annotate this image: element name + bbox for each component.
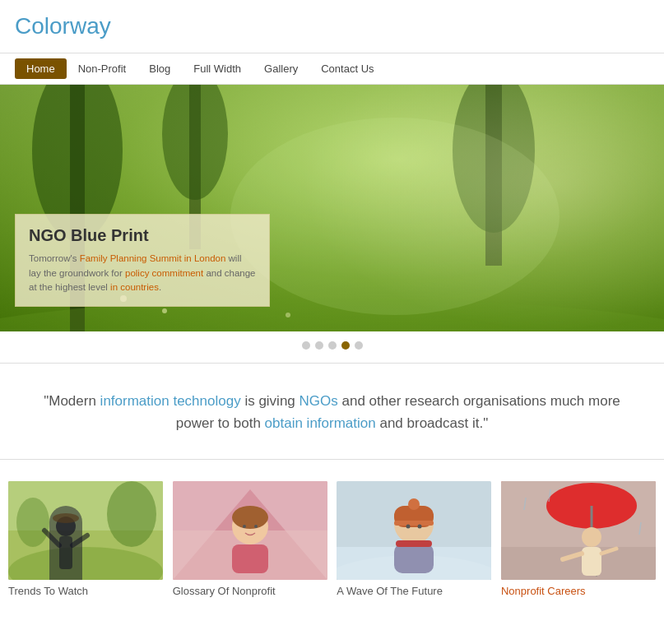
slider-dot-5[interactable] — [355, 341, 363, 350]
nav-gallery[interactable]: Gallery — [253, 58, 309, 79]
card-img-svg-4 — [501, 481, 656, 580]
nav-home[interactable]: Home — [15, 58, 67, 79]
hero-girl-area — [299, 85, 664, 331]
quote-colored-2: NGOs — [299, 393, 338, 409]
svg-point-48 — [582, 527, 601, 547]
svg-rect-36 — [394, 521, 434, 526]
svg-point-29 — [254, 525, 258, 528]
svg-rect-18 — [59, 536, 72, 569]
card-2: Glossary Of Nonprofit — [173, 481, 327, 597]
card-label-3: A Wave Of The Future — [337, 585, 491, 597]
svg-point-21 — [53, 513, 79, 523]
card-img-svg-2 — [173, 481, 327, 580]
slider-dot-2[interactable] — [315, 341, 323, 350]
quote-colored-1: information technology — [100, 393, 241, 409]
quote-colored-3: obtain information — [265, 415, 376, 431]
card-label-2: Glossary Of Nonprofit — [173, 585, 327, 597]
svg-rect-40 — [396, 540, 432, 547]
card-img-svg-3 — [337, 481, 491, 580]
section-divider-1 — [0, 363, 664, 364]
logo-plain: Color — [15, 13, 70, 39]
slider-dot-1[interactable] — [302, 341, 310, 350]
main-nav: Home Non-Profit Blog Full Width Gallery … — [0, 53, 664, 84]
svg-point-38 — [406, 525, 411, 529]
svg-point-17 — [56, 517, 76, 536]
svg-point-39 — [418, 525, 422, 529]
card-image-2 — [173, 481, 327, 580]
card-label-1: Trends To Watch — [8, 585, 163, 597]
svg-point-35 — [408, 498, 420, 510]
svg-point-15 — [107, 481, 156, 547]
slider-dot-4[interactable] — [341, 341, 350, 350]
card-1: Trends To Watch — [8, 481, 163, 597]
card-img-svg-1 — [8, 481, 163, 580]
nav-blog[interactable]: Blog — [137, 58, 182, 79]
card-4: Nonprofit Careers — [501, 481, 656, 597]
quote-text: "Modern information technology is giving… — [25, 390, 639, 434]
hero-caption: NGO Blue Print Tomorrow's Family Plannin… — [15, 214, 270, 307]
card-label-4: Nonprofit Careers — [501, 585, 656, 597]
quote-section: "Modern information technology is giving… — [0, 367, 664, 452]
card-image-3 — [337, 481, 491, 580]
nav-contact[interactable]: Contact Us — [309, 58, 385, 79]
svg-point-28 — [243, 525, 246, 528]
footer-spacer — [0, 605, 664, 622]
logo-colored: way — [70, 13, 111, 39]
site-logo: Colorway — [15, 13, 649, 39]
hero-slider: NGO Blue Print Tomorrow's Family Plannin… — [0, 85, 664, 331]
section-divider-2 — [0, 459, 664, 460]
slider-dot-3[interactable] — [328, 341, 337, 350]
header: Colorway — [0, 0, 664, 46]
svg-point-27 — [232, 506, 268, 529]
card-3: A Wave Of The Future — [337, 481, 491, 597]
card-image-1 — [8, 481, 163, 580]
svg-rect-49 — [582, 547, 601, 576]
svg-rect-26 — [232, 544, 268, 573]
card-image-4 — [501, 481, 656, 580]
nav-fullwidth[interactable]: Full Width — [182, 58, 253, 79]
cards-section: Trends To Watch Glossary Of Nonprofit — [0, 466, 664, 605]
nav-nonprofit[interactable]: Non-Profit — [67, 58, 138, 79]
hero-description: Tomorrow's Family Planning Summit in Lon… — [29, 252, 256, 294]
svg-rect-37 — [394, 544, 434, 573]
slider-dots — [0, 331, 664, 359]
svg-point-16 — [16, 498, 49, 547]
hero-title: NGO Blue Print — [29, 226, 256, 245]
